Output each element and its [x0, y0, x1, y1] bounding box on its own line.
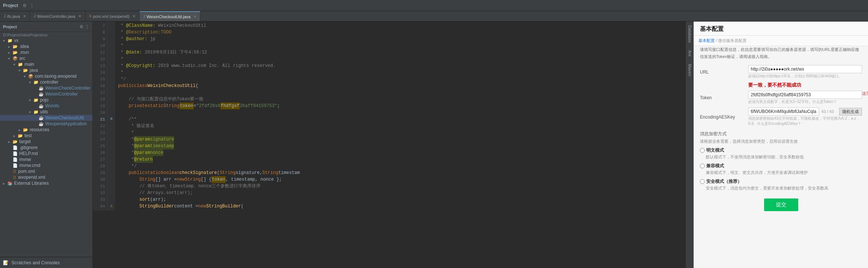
code-body[interactable]: * @ClassName: WeixinCheckoutUtil * @Desc… [115, 22, 685, 210]
sidebar-item-controller[interactable]: ▾ 📁 controller [0, 79, 92, 85]
radio-compat[interactable] [700, 164, 705, 168]
gutter-cell [108, 28, 115, 35]
line-num: 34 [93, 203, 105, 210]
encrypt-secure-desc: 安全模式下，消息包均为密文，需要开发者加解密处理，安全系数高 [706, 185, 862, 191]
gutter-cell [108, 109, 115, 115]
encoding-input[interactable] [748, 107, 819, 116]
sidebar-item-vx[interactable]: ▾ 📁 vx [0, 38, 92, 43]
encrypt-plain-label: 明文模式 [706, 147, 724, 154]
sidebar-action-icon2[interactable]: ⋮ [85, 24, 89, 29]
line-num: 11 [93, 49, 105, 56]
gutter-cell [108, 149, 115, 155]
sidebar-item-mvnw[interactable]: ▸ 📄 mvnw [0, 156, 92, 162]
line-num: 24 [93, 136, 105, 143]
radio-secure[interactable] [700, 179, 705, 184]
encrypt-plain-desc: 默认模式下，不使用消息体加解密功能，安全系数较低 [706, 154, 862, 160]
token-hint: 必须为英文或数字，长度为3~32字符。什么是Token？ [748, 99, 862, 104]
encrypt-section: 消息加密方式 请根据业务需要，选择消息加密类型，启用后设置生效 明文模式 默认模… [700, 131, 862, 191]
tab-weixin-controller[interactable]: J WeixinController.java ✕ [30, 11, 85, 22]
sidebar-item-pojo[interactable]: ▾ 📁 pojo [0, 97, 92, 103]
radio-plain[interactable] [700, 148, 705, 153]
sidebar-item-test[interactable]: ▸ 📂 test [0, 133, 92, 139]
sidebar-item-target[interactable]: ▸ 📂 target [0, 139, 92, 145]
vtool-database[interactable]: Database [687, 23, 693, 45]
tab-ifo[interactable]: J ifo.java ✕ [0, 11, 30, 22]
sidebar-item-package[interactable]: ▾ 📦 com.taxing.wxopenid [0, 73, 92, 79]
breadcrumb-base[interactable]: 基本配置 [698, 38, 715, 43]
random-generate-btn[interactable]: 随机生成 [839, 108, 862, 116]
arrow-label-text: 要一致，要不然不能成功 [748, 82, 801, 88]
sidebar-action-icon[interactable]: ⚙ [79, 24, 83, 29]
settings-icon[interactable]: ⚙ [22, 2, 27, 9]
sidebar-item-check-controller[interactable]: ▸ ☕ WeixinCheckController [0, 85, 92, 91]
sidebar-item-utils[interactable]: ▾ 📁 utils [0, 109, 92, 115]
sidebar-item-helpmd[interactable]: ▸ 📄 HELP.md [0, 151, 92, 156]
vertical-tools: Database Ant Maven [685, 22, 694, 268]
sidebar-item-wxopenidxml[interactable]: ▸ 🗋 wxopenid.xml [0, 174, 92, 180]
folder-icon: 📂 [18, 133, 23, 138]
gutter-cell: ⊕ [108, 115, 115, 122]
tab-pom[interactable]: X pom.xml (wxopenid) ✕ [85, 11, 140, 22]
tree-item-label: mvnw.cmd [19, 163, 40, 168]
expand-icon: ▸ [8, 140, 12, 144]
code-text: * @author: jp [118, 36, 155, 42]
tab-label: pom.xml (wxopenid) [93, 14, 130, 19]
url-input[interactable] [748, 65, 862, 73]
tree-item-label: mvnw [19, 157, 31, 162]
line-num: 25 [93, 143, 105, 149]
sidebar-item-wxinfo[interactable]: ▸ ☕ WxInfo [0, 103, 92, 109]
sidebar-item-wxopenid-app[interactable]: ▸ ☕ WxopenidApplication [0, 121, 92, 127]
tree-item-label: WeixinCheckoutUtil [45, 115, 84, 120]
encrypt-label: 消息加密方式 [700, 131, 862, 137]
sidebar-item-mvn[interactable]: ▸ 📂 .mvn [0, 49, 92, 55]
tab-close-icon[interactable]: ✕ [132, 14, 135, 18]
token-input[interactable] [748, 91, 862, 99]
tab-weixin-checkout[interactable]: J WeixinCheckoutUtil.java ✕ [140, 11, 200, 22]
tree-item-label: WxopenidApplication [45, 121, 87, 126]
gutter-cell [108, 169, 115, 175]
sidebar-item-weixin-controller[interactable]: ▸ ☕ WeixinController [0, 91, 92, 97]
code-line: public static boolean checkSignature(Str… [118, 169, 682, 176]
gutter-cell [108, 22, 115, 28]
sidebar-item-checkout-util[interactable]: ▸ ☕ WeixinCheckoutUtil [0, 115, 92, 121]
sidebar-item-src[interactable]: ▾ 📦 src [0, 55, 92, 61]
gutter-cell [108, 182, 115, 189]
sidebar-item-main[interactable]: ▾ 📁 main [0, 61, 92, 67]
code-line: * [118, 42, 682, 49]
vtool-ant[interactable]: Ant [687, 48, 693, 59]
scratches-label[interactable]: Scratches and Consoles [10, 260, 61, 265]
code-line: String[] arr = new String[] { token, tim… [118, 176, 682, 183]
tab-close-icon[interactable]: ✕ [23, 14, 26, 18]
file-icon: 📄 [13, 145, 18, 150]
sidebar-header: Project ⚙ ⋮ [0, 22, 92, 32]
encrypt-plain-title[interactable]: 明文模式 [700, 147, 862, 154]
code-text: * @ClassName: WeixinCheckoutUtil [118, 22, 206, 29]
sidebar-item-idea[interactable]: ▸ 📂 .idea [0, 43, 92, 49]
submit-button[interactable]: 提交 [764, 198, 798, 211]
encrypt-secure-title[interactable]: 安全模式（推荐） [700, 178, 862, 185]
expand-icon: ▸ [8, 51, 12, 55]
code-lines: 7 8 9 10 11 12 13 14 15 16 17 18 19 20 2… [93, 22, 685, 210]
tree-item-label: main [24, 62, 34, 67]
gutter-cell [108, 55, 115, 62]
folder-icon: 📁 [7, 38, 13, 43]
tab-close-icon[interactable]: ✕ [193, 14, 196, 19]
sidebar-item-mvnwcmd[interactable]: ▸ 📄 mvnw.cmd [0, 162, 92, 168]
tab-close-icon[interactable]: ✕ [78, 14, 81, 18]
sidebar-item-external-libs[interactable]: ▸ 📚 External Libraries [0, 180, 92, 186]
tree-item-label: com.taxing.wxopenid [35, 74, 76, 79]
encrypt-secure-label: 安全模式（推荐） [706, 178, 742, 185]
encrypt-compat-title[interactable]: 兼容模式 [700, 163, 862, 169]
code-editor[interactable]: 7 8 9 10 11 12 13 14 15 16 17 18 19 20 2… [93, 22, 685, 268]
sidebar-item-resources[interactable]: ▸ 📂 resources [0, 127, 92, 133]
gutter-cell [108, 189, 115, 196]
sidebar-item-pomxml[interactable]: ▸ 🗋 pom.xml [0, 168, 92, 174]
line-numbers: 7 8 9 10 11 12 13 14 15 16 17 18 19 20 2… [93, 22, 108, 210]
line-num: 10 [93, 42, 105, 49]
tree-item-label: .mvn [19, 50, 29, 55]
menu-icon[interactable]: ⋮ [29, 2, 35, 9]
sidebar-item-java[interactable]: ▾ 📂 java [0, 67, 92, 73]
breadcrumb-sep: / [716, 38, 717, 43]
sidebar-item-gitignore[interactable]: ▸ 📄 .gitignore [0, 145, 92, 151]
vtool-maven[interactable]: Maven [687, 62, 693, 78]
